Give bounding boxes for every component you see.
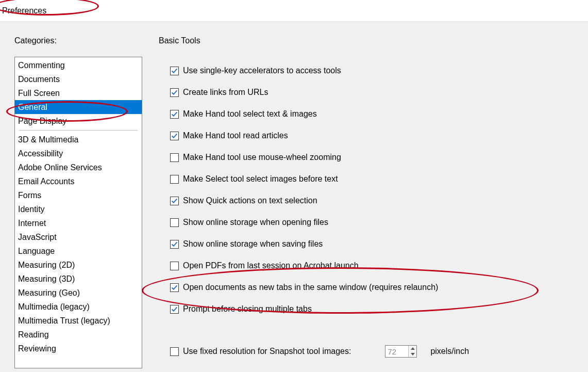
option-row: Prompt before closing multiple tabs (170, 298, 588, 320)
titlebar: Preferences (0, 0, 588, 22)
section-title: Basic Tools (159, 36, 588, 45)
category-item[interactable]: 3D & Multimedia (15, 133, 142, 147)
category-item[interactable]: Adobe Online Services (15, 160, 142, 174)
categories-divider (19, 130, 138, 131)
option-row: Make Hand tool select text & images (170, 103, 588, 125)
sidebar: Categories: CommentingDocumentsFull Scre… (14, 36, 142, 372)
category-item[interactable]: Commenting (15, 58, 142, 72)
option-row: Show online storage when saving files (170, 233, 588, 255)
option-row: Open PDFs from last session on Acrobat l… (170, 255, 588, 277)
category-item[interactable]: JavaScript (15, 230, 142, 244)
checkbox[interactable] (170, 153, 179, 162)
checkbox[interactable] (170, 110, 179, 119)
option-label[interactable]: Open documents as new tabs in the same w… (183, 283, 438, 292)
checkbox[interactable] (170, 262, 179, 270)
snapshot-unit-label: pixels/inch (430, 347, 469, 356)
category-item[interactable]: Multimedia (legacy) (15, 300, 142, 314)
option-row: Open documents as new tabs in the same w… (170, 277, 588, 298)
checkbox[interactable] (170, 197, 179, 205)
checkbox[interactable] (170, 283, 179, 292)
checkbox[interactable] (170, 67, 179, 75)
category-item[interactable]: Internet (15, 216, 142, 230)
category-item[interactable]: Measuring (2D) (15, 258, 142, 272)
option-row: Make Hand tool read articles (170, 125, 588, 147)
category-item[interactable]: Full Screen (15, 86, 142, 100)
preferences-window: Preferences Categories: CommentingDocume… (0, 0, 588, 372)
category-item[interactable]: General (15, 100, 142, 114)
categories-list[interactable]: CommentingDocumentsFull ScreenGeneralPag… (14, 57, 142, 368)
category-item[interactable]: Multimedia Trust (legacy) (15, 314, 142, 328)
option-label[interactable]: Make Hand tool select text & images (183, 109, 317, 119)
window-title: Preferences (2, 6, 46, 15)
checkbox[interactable] (170, 88, 179, 97)
option-row: Show Quick actions on text selection (170, 190, 588, 212)
snapshot-resolution-input[interactable] (385, 346, 408, 357)
category-item[interactable]: Documents (15, 72, 142, 86)
snapshot-label[interactable]: Use fixed resolution for Snapshot tool i… (183, 347, 351, 356)
checkbox[interactable] (170, 305, 179, 314)
option-label[interactable]: Make Hand tool use mouse-wheel zooming (183, 153, 341, 162)
option-label[interactable]: Make Select tool select images before te… (183, 174, 338, 184)
category-item[interactable]: Email Accounts (15, 174, 142, 188)
checkbox[interactable] (170, 218, 179, 227)
category-item[interactable]: Page Display (15, 114, 142, 128)
category-item[interactable]: Identity (15, 202, 142, 216)
category-item[interactable]: Forms (15, 188, 142, 202)
option-label[interactable]: Make Hand tool read articles (183, 131, 288, 140)
option-row: Create links from URLs (170, 82, 588, 103)
checkbox[interactable] (170, 175, 179, 184)
snapshot-row: Use fixed resolution for Snapshot tool i… (170, 341, 588, 362)
spinner-down-icon[interactable] (409, 351, 416, 357)
category-item[interactable]: Reading (15, 328, 142, 342)
option-label[interactable]: Use single-key accelerators to access to… (183, 66, 341, 75)
option-label[interactable]: Open PDFs from last session on Acrobat l… (183, 261, 359, 270)
option-label[interactable]: Show online storage when saving files (183, 239, 323, 249)
snapshot-resolution-spinner[interactable] (385, 345, 417, 358)
option-row: Make Select tool select images before te… (170, 168, 588, 190)
dialog-body: Categories: CommentingDocumentsFull Scre… (0, 22, 588, 372)
options-group: Use single-key accelerators to access to… (159, 60, 588, 362)
categories-label: Categories: (14, 36, 142, 45)
option-label[interactable]: Prompt before closing multiple tabs (183, 304, 312, 314)
option-row: Use single-key accelerators to access to… (170, 60, 588, 82)
option-row: Show online storage when opening files (170, 212, 588, 233)
checkbox[interactable] (170, 132, 179, 140)
category-item[interactable]: Measuring (Geo) (15, 286, 142, 300)
category-item[interactable]: Language (15, 244, 142, 258)
spinner-up-icon[interactable] (409, 346, 416, 351)
category-item[interactable]: Accessibility (15, 147, 142, 160)
option-label[interactable]: Show online storage when opening files (183, 218, 328, 227)
category-item[interactable]: Measuring (3D) (15, 272, 142, 286)
checkbox[interactable] (170, 347, 179, 356)
checkbox[interactable] (170, 240, 179, 249)
option-row: Make Hand tool use mouse-wheel zooming (170, 147, 588, 168)
option-label[interactable]: Create links from URLs (183, 88, 268, 97)
category-item[interactable]: Reviewing (15, 342, 142, 355)
option-label[interactable]: Show Quick actions on text selection (183, 196, 317, 205)
settings-panel: Basic Tools Use single-key accelerators … (142, 36, 588, 372)
